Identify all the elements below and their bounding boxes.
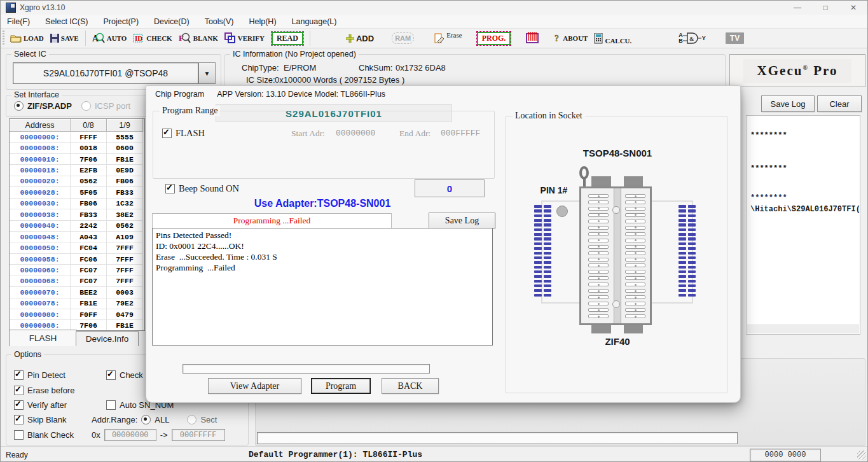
pin-slot [588,258,609,262]
pin1-dot [556,206,568,217]
load-button[interactable]: LOAD [7,32,47,44]
col-address[interactable]: Address [10,119,71,132]
header-pin [534,205,542,208]
table-row[interactable]: 00000030:FB061C32 [10,199,144,209]
blank-button[interactable]: F BLANK [176,31,221,45]
close-button[interactable]: ✕ [839,1,867,15]
select-ic-label: Select IC [11,50,49,59]
menu-tools[interactable]: Tools(V) [205,17,234,26]
menu-language[interactable]: Language(L) [292,17,337,26]
header-pin [688,233,696,236]
dialog-log-area[interactable]: Pins Detected Passed!ID: 0x0001 22C4....… [152,228,493,346]
chip-button[interactable] [522,31,542,46]
tab-device-info[interactable]: Device.Info [76,331,139,346]
verify-after-checkbox[interactable]: Verify after [14,400,67,410]
table-row[interactable]: 00000050:FC047FFF [10,242,144,253]
beep-checkbox[interactable]: Beep Sound ON [165,183,239,194]
table-row[interactable]: 00000048:A043A109 [10,232,144,242]
table-row[interactable]: 00000040:22420562 [10,221,144,232]
table-row[interactable]: 00000058:FC067FFF [10,254,144,265]
blank-check-checkbox[interactable]: Blank Check [14,430,74,440]
verify-button[interactable]: VERIFY [221,31,268,45]
header-pin [679,280,686,283]
table-row[interactable]: 00000080:F0FF0479 [10,309,144,320]
auto-button[interactable]: A AUTO [89,31,130,45]
header-pin [544,261,551,264]
header-pin [679,284,686,288]
sect-radio[interactable] [187,415,196,424]
view-adapter-button[interactable]: View Adapter [208,378,301,394]
range-inputs-row: 0x 00000000 -> 000FFFFF [92,429,225,441]
header-pin [544,242,551,246]
header-pin [688,247,696,250]
range-start-input[interactable]: 00000000 [104,429,156,441]
menu-file[interactable]: File(F) [7,17,30,26]
table-row[interactable]: 00000010:7F06FB1E [10,154,144,165]
logic-gate-button[interactable]: AB & Y [675,31,709,46]
program-button[interactable]: Program [311,378,371,394]
back-button[interactable]: BACK [382,378,439,394]
save-log-button-dialog[interactable]: Save Log [429,213,495,228]
table-row[interactable]: 00000038:FB3338E2 [10,209,144,220]
zif-socket-body [579,186,652,325]
pin-slot [625,245,645,249]
pin-slot [625,308,645,312]
save-log-button-main[interactable]: Save Log [761,95,815,112]
table-row[interactable]: 00000008:00180600 [10,143,144,153]
tv-button[interactable]: TV [726,32,744,44]
ic-info-group: IC Information (No Project opened) ChipT… [224,54,726,90]
adapter-name-label: TSOP48-SN001 [544,148,691,158]
main-log-area[interactable]: ************************\Hitachi\S29AL01… [746,115,860,335]
table-row[interactable]: 00000018:E2FB0E9D [10,165,144,176]
icsp-radio[interactable]: ICSP port [81,101,130,111]
table-row[interactable]: 00000070:BEE20003 [10,287,144,298]
prog-button[interactable]: PROG. [477,32,511,45]
ic-combo[interactable]: S29AL016J70TFI01 @TSOP48 [13,62,198,84]
table-row[interactable]: 00000068:FC077FFF [10,276,144,287]
table-row[interactable]: 00000060:FC077FFF [10,265,144,276]
ic-combo-dropdown[interactable]: ▼ [198,62,216,84]
clear-button[interactable]: Clear [817,95,862,112]
logo-reg: ® [803,64,808,71]
icsp-radio-label: ICSP port [95,101,130,111]
log-scrollbar[interactable] [747,325,859,333]
about-button[interactable]: ? ABOUT [551,32,591,45]
minimize-button[interactable]: — [783,1,811,15]
skip-blank-checkbox[interactable]: Skip Blank [14,415,66,424]
col-0-8[interactable]: 0/8 [71,119,107,132]
hex-buffer-table[interactable]: Address 0/8 1/9 00000000:FFFF55550000000… [9,118,145,331]
pin-slot [588,289,609,293]
flash-checkbox[interactable]: FLASH [162,128,205,139]
resize-grip[interactable] [857,451,866,459]
tab-flash[interactable]: FLASH [9,330,77,346]
chksum-label: ChkSum: [359,63,392,73]
pin-slot [625,194,645,198]
read-button[interactable]: READ [272,32,303,45]
menu-help[interactable]: Help(H) [249,17,276,26]
calcu-button[interactable]: CALCU. [591,32,635,45]
col-1-9[interactable]: 1/9 [107,119,143,132]
pin-slot [625,239,645,242]
table-row[interactable]: 00000000:FFFF5555 [10,132,144,143]
pin-detect-checkbox[interactable]: Pin Detect [14,370,65,380]
menu-project[interactable]: Project(P) [104,17,139,26]
table-row[interactable]: 00000078:FB1E79E2 [10,298,144,309]
chip-type-value: E/PROM [284,63,316,73]
table-row[interactable]: 00000028:5F05FB33 [10,187,144,198]
save-button[interactable]: SAVE [47,32,82,44]
window-title: Xgpro v13.10 [20,3,65,12]
status-bar: Ready Default Programmer(1): TL866II-Plu… [1,446,867,462]
menu-select-ic[interactable]: Select IC(S) [45,17,88,26]
erase-before-checkbox[interactable]: Erase before [14,386,74,395]
menu-device[interactable]: Device(D) [154,17,189,26]
blank-magnifier-icon: F [179,32,191,44]
pin-slot [625,283,645,286]
range-end-input[interactable]: 000FFFFF [172,429,225,441]
table-row[interactable]: 00000020:0562FB06 [10,176,144,187]
add-button[interactable]: ADD [343,32,377,45]
zif-radio[interactable]: ZIF/SP.ADP [14,101,72,111]
erase-button[interactable]: Erase [431,31,465,45]
maximize-button[interactable]: □ [811,1,839,15]
check-button[interactable]: ID CHECK [130,31,175,45]
all-radio[interactable] [141,415,151,424]
